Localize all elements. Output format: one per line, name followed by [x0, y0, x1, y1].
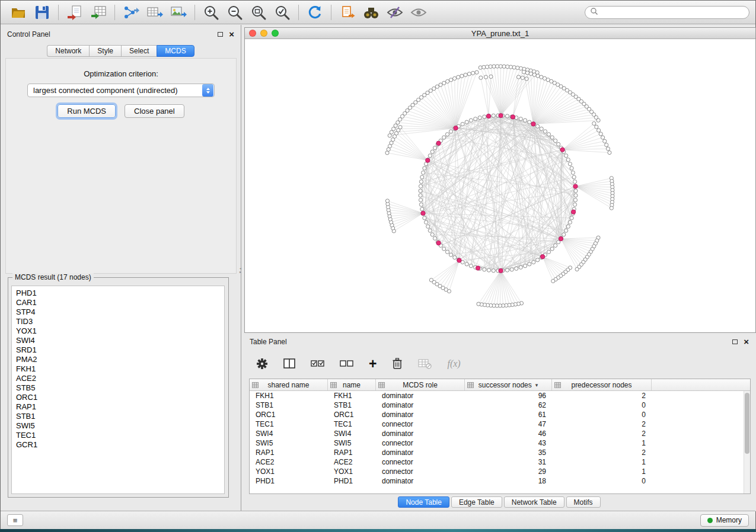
- close-panel-button[interactable]: Close panel: [125, 104, 184, 118]
- result-node[interactable]: PMA2: [16, 355, 224, 364]
- find-icon[interactable]: [359, 2, 383, 23]
- show-graphics-details-icon[interactable]: [407, 2, 430, 23]
- result-node[interactable]: SRD1: [16, 345, 224, 355]
- status-bar: ≡ Memory: [1, 511, 755, 529]
- network-window: YPA_prune.txt_1: [244, 27, 756, 333]
- float-panel-icon[interactable]: [218, 32, 223, 37]
- open-file-icon[interactable]: [7, 2, 30, 23]
- result-node[interactable]: PHD1: [16, 289, 224, 298]
- table-panel-header: Table Panel ×: [242, 333, 756, 350]
- result-node[interactable]: ORC1: [16, 393, 224, 402]
- zoom-in-icon[interactable]: [199, 2, 223, 23]
- result-node[interactable]: TID3: [16, 317, 224, 326]
- zoom-out-icon[interactable]: [223, 2, 247, 23]
- close-panel-icon[interactable]: ×: [229, 31, 234, 37]
- tab-network-table[interactable]: Network Table: [504, 496, 564, 508]
- column-header-name[interactable]: name: [328, 379, 376, 390]
- refresh-icon[interactable]: [303, 2, 327, 23]
- tab-network[interactable]: Network: [47, 45, 89, 57]
- search-field[interactable]: [585, 6, 749, 19]
- result-node[interactable]: FKH1: [16, 364, 224, 374]
- mcds-result-list[interactable]: PHD1CAR1STP4TID3YOX1SWI4SRD1PMA2FKH1ACE2…: [11, 286, 225, 494]
- table-row[interactable]: STB1STB1dominator620: [250, 400, 744, 410]
- network-titlebar[interactable]: YPA_prune.txt_1: [245, 28, 755, 39]
- tab-edge-table[interactable]: Edge Table: [451, 496, 502, 508]
- result-node[interactable]: SWI4: [16, 336, 224, 345]
- table-row[interactable]: FKH1FKH1dominator962: [250, 391, 744, 400]
- task-history-icon[interactable]: ≡: [7, 514, 23, 526]
- column-header-shared-name[interactable]: shared name: [250, 379, 328, 390]
- result-node[interactable]: ACE2: [16, 374, 224, 383]
- criterion-dropdown-value: largest connected component (undirected): [28, 86, 202, 95]
- table-toolbar: + f(x): [242, 350, 756, 377]
- close-table-panel-icon[interactable]: ×: [744, 339, 749, 345]
- deselect-all-columns-icon[interactable]: [340, 358, 353, 369]
- tab-motifs[interactable]: Motifs: [566, 496, 601, 508]
- select-all-columns-icon[interactable]: [311, 358, 324, 369]
- tab-mcds[interactable]: MCDS: [157, 45, 194, 57]
- dropdown-stepper-icon: [202, 84, 213, 97]
- result-node[interactable]: GCR1: [16, 440, 224, 450]
- tab-select[interactable]: Select: [121, 45, 157, 57]
- table-settings-gear-icon[interactable]: [256, 358, 268, 370]
- delete-column-icon[interactable]: [392, 357, 403, 370]
- result-node[interactable]: STB5: [16, 383, 224, 393]
- table-row[interactable]: SWI4SWI4dominator462: [250, 429, 744, 438]
- table-row[interactable]: YOX1YOX1connector291: [250, 467, 744, 476]
- toolbar-separator: [114, 5, 115, 20]
- search-input[interactable]: [601, 8, 744, 17]
- result-node[interactable]: RAP1: [16, 402, 224, 412]
- node-table: shared namenameMCDS rolesuccessor nodes▾…: [249, 379, 751, 494]
- table-scrollbar[interactable]: [744, 391, 750, 493]
- criterion-dropdown[interactable]: largest connected component (undirected): [27, 84, 215, 97]
- column-header-predecessor-nodes[interactable]: predecessor nodes: [552, 379, 652, 390]
- result-node[interactable]: CAR1: [16, 298, 224, 307]
- show-columns-icon[interactable]: [283, 358, 295, 369]
- table-row[interactable]: ORC1ORC1dominator610: [250, 410, 744, 419]
- export-table-icon[interactable]: [143, 2, 167, 23]
- create-column-icon[interactable]: +: [369, 358, 377, 370]
- node-table-body: FKH1FKH1dominator962STB1STB1dominator620…: [250, 391, 744, 493]
- run-mcds-button[interactable]: Run MCDS: [58, 104, 116, 118]
- memory-button[interactable]: Memory: [700, 514, 749, 527]
- zoom-fit-icon[interactable]: [247, 2, 270, 23]
- zoom-selected-icon[interactable]: [270, 2, 294, 23]
- network-graph: [245, 40, 755, 332]
- table-row[interactable]: SWI5SWI5connector431: [250, 438, 744, 448]
- column-header-successor-nodes[interactable]: successor nodes▾: [465, 379, 552, 390]
- table-row[interactable]: TEC1TEC1connector472: [250, 419, 744, 429]
- column-header-MCDS-role[interactable]: MCDS role: [376, 379, 465, 390]
- export-network-icon[interactable]: [119, 2, 143, 23]
- table-tabs: Node TableEdge TableNetwork TableMotifs: [242, 496, 756, 508]
- result-node[interactable]: TEC1: [16, 431, 224, 440]
- toolbar-separator: [58, 5, 59, 20]
- memory-status-icon: [707, 518, 713, 523]
- table-row[interactable]: ACE2ACE2connector311: [250, 457, 744, 467]
- export-image-icon[interactable]: [167, 2, 190, 23]
- result-node[interactable]: YOX1: [16, 326, 224, 336]
- tab-node-table[interactable]: Node Table: [398, 496, 449, 508]
- panel-splitter[interactable]: ◂▸: [239, 267, 242, 274]
- import-network-icon[interactable]: [63, 2, 87, 23]
- result-node[interactable]: STB1: [16, 412, 224, 421]
- result-node[interactable]: STP4: [16, 307, 224, 317]
- table-scrollbar-thumb[interactable]: [745, 393, 749, 454]
- result-node[interactable]: SWI5: [16, 421, 224, 431]
- main-toolbar: [1, 1, 755, 24]
- memory-label: Memory: [716, 516, 742, 524]
- import-table-icon[interactable]: [87, 2, 110, 23]
- tab-style[interactable]: Style: [89, 45, 121, 57]
- sort-caret-icon: ▾: [535, 382, 538, 388]
- save-session-icon[interactable]: [30, 2, 54, 23]
- network-window-title: YPA_prune.txt_1: [245, 29, 755, 38]
- table-panel-title: Table Panel: [250, 338, 287, 346]
- network-canvas[interactable]: [245, 40, 755, 332]
- mcds-result-group: MCDS result (17 nodes) PHD1CAR1STP4TID3Y…: [8, 277, 229, 498]
- clone-network-icon[interactable]: [336, 2, 359, 23]
- float-table-panel-icon[interactable]: [732, 339, 738, 344]
- table-row[interactable]: RAP1RAP1dominator352: [250, 448, 744, 457]
- table-row[interactable]: PHD1PHD1dominator180: [250, 476, 744, 486]
- control-panel-header: Control Panel ×: [1, 25, 241, 44]
- hide-graphics-details-icon[interactable]: [383, 2, 407, 23]
- delete-table-icon-disabled: [418, 358, 432, 369]
